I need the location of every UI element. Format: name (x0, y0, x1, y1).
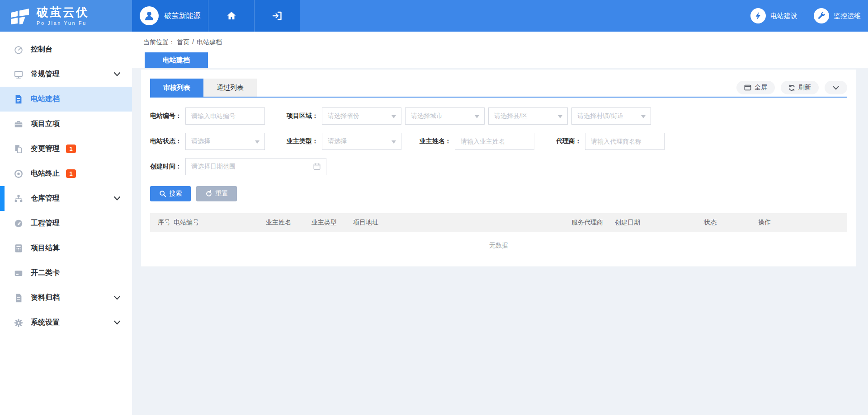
chevron-down-icon (833, 86, 839, 90)
chevron-down-icon (114, 321, 120, 325)
sidebar-item-data-archive[interactable]: 资料归档 (0, 285, 132, 310)
owner-name-input[interactable] (455, 133, 534, 150)
chevron-down-icon (114, 196, 120, 201)
station-termination-badge: 1 (66, 169, 76, 178)
filter-created-time: 创建时间： 请选择日期范围 (150, 158, 326, 175)
header-nav: 电站建设 监控运维 (750, 0, 868, 32)
search-icon (159, 190, 166, 197)
fullscreen-button[interactable]: 全屏 (736, 81, 775, 94)
logout-icon (272, 10, 283, 21)
station-no-input[interactable] (185, 107, 265, 125)
avatar (140, 6, 159, 25)
region-label: 项目区域： (287, 112, 318, 120)
station-status-select[interactable]: 请选择 (185, 133, 265, 150)
city-select[interactable]: 请选择城市 (405, 107, 485, 125)
page-tab-station-archive[interactable]: 电站建档 (145, 52, 208, 68)
fullscreen-icon (744, 84, 751, 91)
station-no-label: 电站编号： (150, 112, 182, 120)
collapse-button[interactable] (825, 81, 847, 94)
agent-label: 代理商： (556, 137, 581, 145)
card-icon (14, 268, 24, 278)
filter-station-no: 电站编号： (150, 107, 265, 125)
filter-owner-name: 业主姓名： (420, 133, 534, 150)
current-user[interactable]: 破茧新能源 (132, 0, 208, 32)
briefcase-icon (14, 119, 24, 129)
calculator-icon (14, 243, 24, 253)
lightning-icon (750, 8, 766, 23)
wrench-icon (814, 8, 829, 23)
filter-form: 电站编号： 项目区域： 请选择省份 请选择城市 请选择县/区 请选择村镇/街道 … (150, 107, 847, 175)
refresh-button[interactable]: 刷新 (781, 81, 819, 94)
breadcrumb-current: 电站建档 (197, 38, 222, 46)
sidebar-item-engineering-mgmt[interactable]: 工程管理 (0, 211, 132, 236)
sidebar-item-project-initiation[interactable]: 项目立项 (0, 112, 132, 136)
province-select[interactable]: 请选择省份 (322, 107, 401, 125)
tab-passed-list[interactable]: 通过列表 (203, 79, 257, 97)
nav-monitor-ops[interactable]: 监控运维 (814, 8, 861, 23)
monitor-icon (14, 70, 24, 79)
panel-tabs: 审核列表 通过列表 全屏 刷新 (150, 79, 847, 98)
filter-actions: 搜索 重置 (150, 186, 847, 201)
chevron-down-icon (114, 296, 120, 300)
filter-agent: 代理商： (556, 133, 665, 150)
breadcrumb-home[interactable]: 首页 (177, 38, 189, 46)
col-station-no: 电站编号 (174, 213, 266, 232)
chevron-down-icon (114, 72, 120, 76)
main-panel: 审核列表 通过列表 全屏 刷新 (141, 70, 856, 266)
home-icon (226, 10, 237, 21)
county-select[interactable]: 请选择县/区 (488, 107, 568, 125)
page-header-strip: 当前位置：首页/电站建档 电站建档 (132, 32, 868, 68)
breadcrumb-prefix: 当前位置： (143, 38, 175, 46)
document-icon (14, 94, 24, 104)
gear-icon (14, 318, 24, 328)
sidebar-item-change-mgmt[interactable]: 变更管理 1 (0, 136, 132, 161)
sidebar-item-project-settlement[interactable]: 项目结算 (0, 236, 132, 261)
col-project-address: 项目地址 (353, 213, 571, 232)
town-select[interactable]: 请选择村镇/街道 (571, 107, 651, 125)
agent-input[interactable] (585, 133, 665, 150)
col-created-date: 创建日期 (615, 213, 704, 232)
table-empty-state: 无数据 (150, 232, 847, 259)
owner-type-select[interactable]: 请选择 (322, 133, 401, 150)
panel-toolbar: 全屏 刷新 (736, 81, 847, 94)
calendar-icon (313, 162, 321, 171)
date-range-picker[interactable]: 请选择日期范围 (185, 158, 326, 175)
brand-logo: 破茧云伏 Po Jian Yun Fu (0, 0, 132, 32)
col-actions: 操作 (758, 213, 847, 232)
home-button[interactable] (208, 0, 254, 32)
sidebar-item-station-archive[interactable]: 电站建档 (0, 87, 132, 112)
sidebar-item-station-termination[interactable]: 电站终止 1 (0, 161, 132, 186)
app-header: 破茧云伏 Po Jian Yun Fu 破茧新能源 (0, 0, 868, 32)
sidebar-item-warehouse-mgmt[interactable]: 仓库管理 (0, 186, 132, 211)
sidebar-item-system-settings[interactable]: 系统设置 (0, 310, 132, 335)
archive-file-icon (14, 293, 24, 303)
logo-mark-icon (9, 5, 31, 27)
tab-review-list[interactable]: 审核列表 (150, 79, 203, 97)
breadcrumb-separator: / (192, 38, 194, 46)
sidebar-item-general-mgmt[interactable]: 常规管理 (0, 62, 132, 87)
change-mgmt-badge: 1 (66, 145, 76, 153)
filter-region: 项目区域： 请选择省份 请选择城市 请选择县/区 请选择村镇/街道 (287, 107, 651, 125)
filter-station-status: 电站状态： 请选择 (150, 133, 265, 150)
filter-owner-type: 业主类型： 请选择 (287, 133, 401, 150)
col-owner-type: 业主类型 (311, 213, 353, 232)
reset-button[interactable]: 重置 (196, 186, 237, 201)
col-owner-name: 业主姓名 (266, 213, 311, 232)
nav-station-build-label: 电站建设 (770, 12, 797, 20)
nav-station-build[interactable]: 电站建设 (750, 8, 797, 23)
user-name: 破茧新能源 (165, 11, 201, 21)
table-header-row: 序号 电站编号 业主姓名 业主类型 项目地址 服务代理商 创建日期 状态 操作 (150, 213, 847, 232)
logo-title: 破茧云伏 (37, 6, 89, 18)
sidebar-item-console[interactable]: 控制台 (0, 37, 132, 62)
sidebar-item-type2-card[interactable]: 开二类卡 (0, 261, 132, 285)
search-button[interactable]: 搜索 (150, 186, 191, 201)
nav-monitor-ops-label: 监控运维 (834, 12, 861, 20)
gauge-icon (14, 219, 24, 228)
sidebar: 控制台 常规管理 电站建档 (0, 32, 132, 415)
owner-type-label: 业主类型： (287, 137, 318, 145)
logout-button[interactable] (254, 0, 300, 32)
reset-icon (205, 190, 212, 197)
breadcrumb: 当前位置：首页/电站建档 (132, 32, 868, 47)
col-status: 状态 (704, 213, 758, 232)
station-status-label: 电站状态： (150, 137, 182, 145)
